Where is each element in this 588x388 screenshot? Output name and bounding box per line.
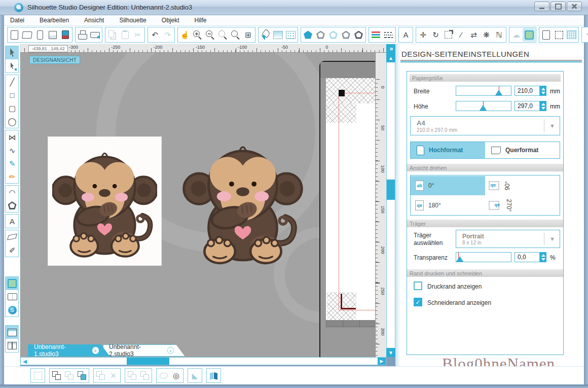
height-input[interactable]: 297,0: [514, 101, 540, 111]
monkey-artwork-1[interactable]: [52, 139, 157, 263]
print-icon[interactable]: [76, 28, 89, 42]
zoom-in-icon[interactable]: [191, 28, 204, 42]
ellipse-tool-icon[interactable]: ◯: [6, 115, 19, 128]
shape-edit-style-icon[interactable]: ∕: [340, 28, 352, 42]
point-edit-tool-icon[interactable]: [6, 59, 19, 73]
tab-close-icon[interactable]: x: [167, 347, 174, 354]
replicate-icon[interactable]: ❋: [480, 28, 493, 42]
horizontal-scroll-track[interactable]: [29, 358, 378, 365]
page-setup-tool-icon[interactable]: [523, 28, 535, 42]
concentric-offset-icon[interactable]: ◎: [170, 369, 182, 382]
horizontal-scrollbar[interactable]: ◀ ▶: [20, 357, 386, 365]
line-tool-icon[interactable]: ╱: [6, 75, 19, 88]
scroll-down-icon[interactable]: ▼: [386, 348, 395, 357]
fill-pattern-icon[interactable]: [284, 28, 297, 42]
transform-move-icon[interactable]: ✛: [417, 28, 429, 42]
menu-ansicht[interactable]: Ansicht: [82, 16, 106, 25]
dropdown-arrow-icon[interactable]: ▼: [549, 123, 555, 129]
scroll-right-icon[interactable]: ▶: [378, 358, 386, 365]
copy-icon[interactable]: [106, 28, 119, 42]
knife-tool-icon[interactable]: ✐: [6, 243, 19, 257]
save-document-icon[interactable]: [46, 28, 59, 42]
shape-fill-style-icon[interactable]: [302, 28, 314, 42]
text-tool-icon[interactable]: A: [6, 215, 19, 228]
fill-color-icon[interactable]: [259, 28, 272, 42]
fit-to-page-icon[interactable]: ⊞: [242, 28, 254, 42]
mirror-copy-icon[interactable]: [76, 369, 88, 382]
transparency-slider[interactable]: [456, 252, 511, 262]
split-view-icon[interactable]: [6, 339, 19, 352]
maximize-button[interactable]: [550, 2, 566, 11]
zoom-selection-icon[interactable]: [216, 28, 229, 42]
width-slider[interactable]: [456, 86, 511, 96]
vertical-scroll-track[interactable]: [386, 62, 395, 348]
toolbar-overflow-icon[interactable]: ▼: [582, 28, 588, 42]
curve-tool-icon[interactable]: ∿: [6, 144, 19, 157]
group-objects-icon[interactable]: [94, 369, 107, 382]
shadow-tool-icon[interactable]: ☁: [510, 28, 523, 42]
line-color-icon[interactable]: [370, 28, 382, 42]
open-document-icon[interactable]: [21, 28, 33, 42]
width-stepper[interactable]: [540, 86, 546, 96]
eraser-tool-icon[interactable]: [6, 230, 19, 243]
design-canvas[interactable]: -300-250-200-150-100-500 050100150200250…: [20, 44, 386, 357]
tab-document-1[interactable]: Unbenannt-1.studio3 x: [28, 344, 110, 357]
menu-datei[interactable]: Datei: [8, 16, 26, 25]
cut-scissors-icon[interactable]: ✂: [131, 28, 144, 42]
new-document-icon[interactable]: [8, 28, 21, 42]
height-slider-thumb[interactable]: [480, 105, 487, 111]
scroll-left-icon[interactable]: ◀: [21, 359, 29, 364]
rotate-0-button[interactable]: ab 0°: [411, 176, 485, 195]
zoom-out-icon[interactable]: [204, 28, 216, 42]
flip-object-icon[interactable]: [207, 369, 220, 382]
select-tool-icon[interactable]: [6, 46, 19, 59]
page-settings-tool-icon[interactable]: [6, 277, 19, 290]
page-flip-icon[interactable]: [540, 28, 553, 42]
scale-window-icon[interactable]: [50, 369, 63, 382]
save-to-device-icon[interactable]: [33, 28, 46, 42]
menu-hilfe[interactable]: Hilfe: [192, 16, 208, 25]
tab-document-2[interactable]: Unbenannt-2.studio3 x: [103, 344, 185, 357]
transparency-slider-thumb[interactable]: [456, 256, 463, 262]
nesting-icon[interactable]: ℕ: [493, 28, 505, 42]
rotate-270-button[interactable]: ab 270°: [485, 196, 560, 215]
transparency-input[interactable]: 0,0: [514, 252, 540, 262]
show-grid-icon[interactable]: [565, 28, 578, 42]
shape-line-style-icon[interactable]: [314, 28, 327, 42]
menu-objekt[interactable]: Objekt: [160, 16, 181, 25]
width-input[interactable]: 210,0: [514, 86, 540, 96]
align-objects-icon[interactable]: ⇄: [467, 28, 480, 42]
send-backward-icon[interactable]: [138, 369, 151, 382]
scroll-up-icon[interactable]: ▲: [386, 53, 395, 62]
cut-border-checkbox[interactable]: ✓: [414, 298, 422, 306]
pan-tool-icon[interactable]: ☝: [178, 28, 191, 42]
fill-gradient-icon[interactable]: [272, 28, 284, 42]
single-view-icon[interactable]: [6, 326, 19, 339]
registration-marks-icon[interactable]: [553, 28, 565, 42]
smooth-freehand-tool-icon[interactable]: ✏: [6, 170, 19, 183]
drag-zoom-icon[interactable]: [229, 28, 242, 42]
minimize-button[interactable]: [534, 2, 549, 11]
polygon-tool-icon[interactable]: ⋈: [6, 130, 19, 144]
rounded-rectangle-tool-icon[interactable]: ▢: [6, 101, 19, 115]
dropdown-arrow-icon[interactable]: ▼: [549, 236, 555, 242]
vertical-scrollbar[interactable]: » ▲ ▼: [386, 44, 395, 357]
mat-dropdown[interactable]: Portrait 8 x 12 in ▼: [456, 230, 560, 248]
line-dash-style-icon[interactable]: [382, 28, 395, 42]
collapse-panel-icon[interactable]: »: [386, 44, 395, 53]
rotate-180-button[interactable]: qe 180°: [411, 196, 485, 215]
close-button[interactable]: [567, 2, 582, 11]
select-all-icon[interactable]: [31, 369, 44, 382]
send-to-silhouette-icon[interactable]: [89, 28, 101, 42]
save-to-library-icon[interactable]: [59, 28, 71, 42]
landscape-button[interactable]: Querformat: [485, 142, 560, 158]
redo-icon[interactable]: ↷: [161, 28, 174, 42]
rectangle-tool-icon[interactable]: □: [6, 88, 19, 101]
vertical-scroll-thumb[interactable]: [387, 180, 395, 200]
height-stepper[interactable]: [540, 101, 546, 111]
text-style-icon[interactable]: A: [399, 28, 412, 42]
height-slider[interactable]: [456, 101, 511, 111]
menu-bearbeiten[interactable]: Bearbeiten: [38, 16, 71, 25]
paper-size-dropdown[interactable]: A4 210.0 x 297.0 mm ▼: [410, 116, 560, 135]
monkey-artwork-2[interactable]: [182, 134, 303, 267]
